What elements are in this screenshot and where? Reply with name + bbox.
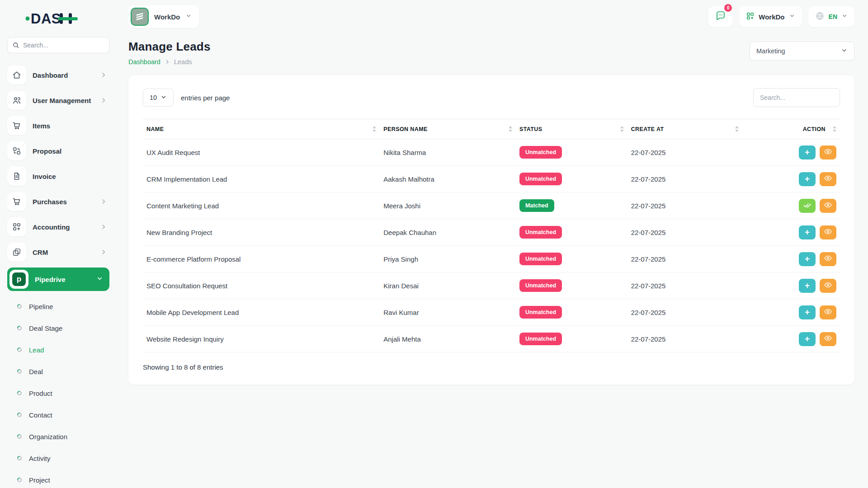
chevron-down-icon bbox=[96, 275, 103, 284]
sidebar-item-proposal[interactable]: Proposal bbox=[7, 141, 109, 161]
column-header-create-at[interactable]: CREATE AT bbox=[627, 119, 742, 139]
sidebar-item-label: CRM bbox=[33, 249, 100, 256]
app-logo[interactable]: DAS bbox=[25, 10, 109, 28]
topbar: WorkDo 0 WorkDo bbox=[128, 0, 854, 29]
account-menu[interactable]: WorkDo bbox=[739, 6, 802, 27]
plus-icon: + bbox=[805, 308, 810, 316]
table-search-input[interactable] bbox=[753, 88, 840, 107]
plus-icon: + bbox=[805, 334, 810, 343]
table-body: UX Audit RequestNikita SharmaUnmatched22… bbox=[143, 139, 840, 352]
view-button[interactable] bbox=[820, 225, 836, 239]
sidebar-item-dashboard[interactable]: Dashboard bbox=[7, 65, 109, 85]
submenu-item-contact[interactable]: Contact bbox=[7, 404, 109, 426]
messages-button[interactable]: 0 bbox=[708, 6, 733, 27]
submenu-item-label: Activity bbox=[29, 455, 51, 462]
convert-lead-button[interactable]: + bbox=[799, 305, 816, 319]
submenu-item-deal[interactable]: Deal bbox=[7, 361, 109, 382]
chevron-right-icon bbox=[100, 72, 107, 78]
table-search bbox=[753, 88, 840, 107]
chevron-down-icon bbox=[841, 47, 848, 55]
column-header-label: PERSON NAME bbox=[383, 126, 427, 132]
matched-button[interactable] bbox=[799, 199, 816, 213]
globe-icon bbox=[815, 11, 825, 23]
breadcrumb-dashboard-link[interactable]: Dashboard bbox=[128, 58, 160, 66]
view-button[interactable] bbox=[820, 172, 836, 186]
view-button[interactable] bbox=[820, 252, 836, 266]
create-date-cell: 22-07-2025 bbox=[627, 272, 742, 299]
language-selector[interactable]: EN bbox=[808, 6, 854, 27]
column-header-status[interactable]: STATUS bbox=[516, 119, 627, 139]
person-name-cell: Deepak Chauhan bbox=[380, 219, 516, 246]
breadcrumb-current: Leads bbox=[174, 58, 192, 66]
sort-arrows-icon bbox=[509, 126, 512, 132]
bullet-icon bbox=[16, 303, 23, 310]
column-header-person-name[interactable]: PERSON NAME bbox=[380, 119, 516, 139]
convert-lead-button[interactable]: + bbox=[799, 252, 816, 266]
entries-per-page-value: 10 bbox=[150, 94, 157, 101]
submenu-item-deal-stage[interactable]: Deal Stage bbox=[7, 317, 109, 339]
eye-icon bbox=[824, 281, 832, 291]
submenu-item-product[interactable]: Product bbox=[7, 382, 109, 404]
submenu-item-pipeline[interactable]: Pipeline bbox=[7, 296, 109, 317]
page-title: Manage Leads bbox=[128, 40, 211, 54]
eye-icon bbox=[824, 307, 832, 317]
status-badge: Unmatched bbox=[519, 146, 562, 159]
sidebar-item-label: Items bbox=[33, 122, 109, 130]
convert-lead-button[interactable]: + bbox=[799, 172, 816, 186]
view-button[interactable] bbox=[820, 305, 836, 319]
invoice-icon bbox=[7, 167, 26, 186]
main-content: WorkDo 0 WorkDo bbox=[117, 0, 868, 488]
svg-text:DAS: DAS bbox=[31, 11, 61, 26]
account-name: WorkDo bbox=[759, 13, 784, 21]
sidebar-item-invoice[interactable]: Invoice bbox=[7, 166, 109, 186]
sidebar-item-items[interactable]: Items bbox=[7, 116, 109, 136]
column-header-name[interactable]: NAME bbox=[143, 119, 380, 139]
person-name-cell: Meera Joshi bbox=[380, 192, 516, 219]
create-date-cell: 22-07-2025 bbox=[627, 299, 742, 326]
plus-icon: + bbox=[805, 148, 810, 156]
chevron-down-icon bbox=[185, 13, 192, 21]
view-button[interactable] bbox=[820, 332, 836, 346]
sidebar-search-input[interactable] bbox=[7, 37, 109, 53]
sidebar-nav: DashboardUser ManagementItemsProposalInv… bbox=[7, 65, 109, 488]
double-check-icon bbox=[803, 201, 811, 211]
bullet-icon bbox=[16, 433, 23, 440]
page-head: Manage Leads Dashboard Leads Marketing bbox=[128, 40, 854, 66]
sidebar-item-accounting[interactable]: Accounting bbox=[7, 217, 109, 237]
submenu-item-lead[interactable]: Lead bbox=[7, 339, 109, 361]
workspace-switcher[interactable]: WorkDo bbox=[128, 5, 199, 28]
submenu-item-label: Product bbox=[29, 389, 52, 397]
column-header-action[interactable]: ACTION bbox=[742, 119, 840, 139]
home-icon bbox=[7, 66, 26, 84]
submenu-item-activity[interactable]: Activity bbox=[7, 447, 109, 469]
convert-lead-button[interactable]: + bbox=[799, 332, 816, 346]
convert-lead-button[interactable]: + bbox=[799, 145, 816, 160]
submenu-item-label: Deal bbox=[29, 368, 43, 375]
chevron-right-icon bbox=[100, 198, 107, 205]
sort-arrows-icon bbox=[735, 126, 739, 132]
sidebar-item-crm[interactable]: CRM bbox=[7, 242, 109, 262]
status-badge: Unmatched bbox=[519, 333, 562, 345]
dash-logo-icon: DAS bbox=[25, 10, 87, 26]
bullet-icon bbox=[16, 325, 23, 331]
table-row: E-commerce Platform ProposalPriya SinghU… bbox=[143, 246, 840, 272]
sidebar-item-pipedrive[interactable]: pPipedrive bbox=[7, 267, 109, 291]
sidebar-item-purchases[interactable]: Purchases bbox=[7, 192, 109, 211]
submenu-item-project[interactable]: Project bbox=[7, 469, 109, 488]
create-date-cell: 22-07-2025 bbox=[627, 166, 742, 192]
view-button[interactable] bbox=[820, 145, 836, 160]
lead-name-cell: E-commerce Platform Proposal bbox=[143, 246, 380, 272]
person-name-cell: Aakash Malhotra bbox=[380, 166, 516, 192]
pipeline-select[interactable]: Marketing bbox=[750, 42, 854, 61]
submenu-item-organization[interactable]: Organization bbox=[7, 426, 109, 447]
convert-lead-button[interactable]: + bbox=[799, 279, 816, 293]
view-button[interactable] bbox=[820, 199, 836, 213]
entries-per-page-select[interactable]: 10 bbox=[143, 89, 174, 107]
view-button[interactable] bbox=[820, 279, 836, 293]
person-name-cell: Priya Singh bbox=[380, 246, 516, 272]
sidebar-item-user-management[interactable]: User Management bbox=[7, 90, 109, 110]
eye-icon bbox=[824, 201, 832, 211]
create-date-cell: 22-07-2025 bbox=[627, 326, 742, 352]
convert-lead-button[interactable]: + bbox=[799, 225, 816, 239]
person-name-cell: Ravi Kumar bbox=[380, 299, 516, 326]
